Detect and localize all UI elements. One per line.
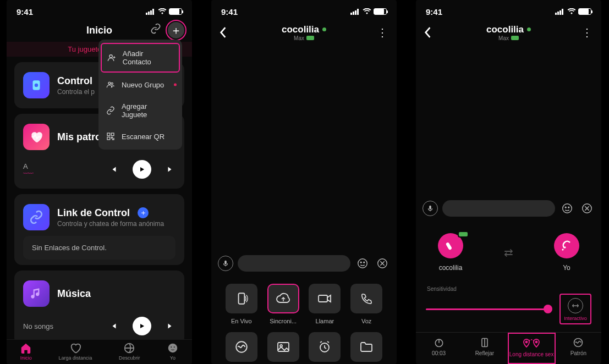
music-card[interactable]: Música No songs [14, 271, 184, 345]
toy-battery-icon [306, 36, 314, 40]
power-timer[interactable]: 00:03 [416, 333, 462, 364]
chat-messages[interactable] [416, 46, 601, 200]
prev-button[interactable] [108, 321, 118, 331]
menu-item-label: Agregar Juguete [122, 102, 174, 119]
sync-panel: cocolilia ⇄ Yo [416, 222, 601, 278]
action-patterns[interactable]: Patrones [223, 332, 260, 364]
svg-point-7 [35, 84, 39, 87]
nav-discover[interactable]: Descubrir [119, 342, 140, 361]
nav-home[interactable]: Inicio [20, 342, 32, 361]
emoji-button[interactable] [355, 256, 370, 271]
play-button[interactable] [133, 160, 151, 179]
svg-rect-5 [107, 137, 110, 140]
wifi-icon [567, 8, 576, 15]
cloud-sync-icon [267, 284, 299, 313]
mirror-button[interactable]: Reflejar [462, 333, 507, 364]
next-button[interactable] [166, 164, 175, 174]
wave-icon [226, 332, 257, 362]
svg-point-14 [360, 262, 361, 263]
notification-dot [174, 84, 177, 86]
svg-rect-20 [278, 343, 289, 351]
menu-new-group[interactable]: Nuevo Grupo [98, 74, 182, 96]
message-input[interactable] [442, 200, 555, 217]
signal-icon [146, 9, 156, 15]
action-sync[interactable]: Sincroni... [265, 284, 301, 324]
battery-icon [374, 8, 387, 15]
svg-point-25 [565, 207, 566, 208]
next-button[interactable] [166, 321, 175, 331]
sync-user-me: Yo [554, 233, 579, 272]
phone-wave-icon [226, 284, 257, 313]
close-button[interactable] [375, 256, 390, 271]
swap-circle-icon [568, 298, 583, 313]
toy-connected-badge [458, 231, 469, 238]
more-button[interactable]: ⋮ [581, 26, 592, 39]
prev-button[interactable] [108, 164, 118, 174]
action-live[interactable]: En Vivo [223, 284, 260, 324]
chat-header: cocolilia Max ⋮ [211, 19, 397, 46]
action-voice[interactable]: Voz [348, 284, 385, 324]
svg-point-15 [364, 262, 365, 263]
card-title: Control [57, 75, 95, 87]
my-toy-avatar[interactable] [554, 233, 579, 258]
back-button[interactable] [424, 26, 431, 38]
chat-messages[interactable] [211, 46, 397, 255]
mirror-label: Reflejar [475, 350, 494, 356]
remote-icon [23, 72, 50, 98]
mic-button[interactable] [423, 201, 438, 216]
action-files[interactable]: Archivos [348, 332, 385, 364]
nav-label: Larga distancia [59, 355, 92, 361]
menu-scan-qr[interactable]: Escanear QR [98, 125, 182, 147]
menu-add-contact[interactable]: Añadir Contacto [101, 43, 180, 73]
online-indicator [322, 27, 326, 31]
folder-icon [350, 332, 382, 362]
add-link-button[interactable]: ＋ [138, 207, 149, 218]
sync-user-partner: cocolilia [438, 233, 463, 272]
more-button[interactable]: ⋮ [377, 26, 388, 39]
link-icon[interactable] [150, 23, 161, 34]
play-button[interactable] [133, 317, 151, 335]
action-album[interactable]: Álbum [265, 332, 301, 364]
action-call[interactable]: Llamar [307, 284, 343, 324]
back-button[interactable] [219, 26, 227, 38]
menu-add-toy[interactable]: Agregar Juguete [98, 96, 182, 125]
image-icon [267, 332, 299, 362]
qr-icon [106, 132, 115, 141]
slider-thumb[interactable] [544, 305, 552, 313]
my-name: Yo [563, 264, 570, 272]
card-subtitle: Controla el p [57, 88, 95, 96]
nav-long-distance[interactable]: Larga distancia [59, 342, 92, 361]
pattern-button[interactable]: Patrón [556, 333, 601, 364]
battery-icon [578, 8, 591, 15]
close-button[interactable] [579, 201, 595, 216]
group-icon [106, 80, 115, 89]
status-icons [350, 8, 387, 15]
action-alarm[interactable]: Alarma [307, 332, 343, 364]
interactive-button[interactable]: Interactivo [559, 294, 591, 324]
swap-icon[interactable]: ⇄ [504, 246, 513, 259]
action-label: Llamar [316, 318, 334, 324]
control-link-card[interactable]: Link de Control ＋ Controla y chatea de f… [14, 194, 184, 265]
sensitivity-label: Sensitividad [427, 286, 457, 292]
partner-toy-avatar[interactable] [438, 233, 463, 258]
emoji-icon [167, 342, 179, 354]
add-button-highlight [166, 20, 186, 41]
message-input[interactable] [238, 255, 350, 272]
sensitivity-slider[interactable] [426, 308, 551, 310]
action-grid: En Vivo Sincroni... Llamar Voz Patrones … [211, 277, 397, 364]
svg-point-10 [171, 346, 172, 348]
mic-button[interactable] [218, 256, 233, 271]
status-time: 9:41 [17, 7, 33, 16]
menu-item-label: Escanear QR [122, 133, 164, 141]
nav-label: Descubrir [119, 355, 140, 361]
svg-point-11 [174, 346, 175, 348]
phone-screen-3: 9:41 cocolilia Max ⋮ [416, 0, 601, 364]
toy-battery-icon [511, 36, 519, 40]
emoji-button[interactable] [559, 201, 575, 216]
long-distance-sex-button[interactable]: Long distance sex [508, 333, 556, 364]
svg-point-31 [526, 341, 528, 343]
svg-point-24 [563, 204, 572, 213]
toy-name: Max [498, 35, 509, 41]
nav-me[interactable]: Yo [167, 342, 179, 361]
video-icon [309, 284, 341, 313]
